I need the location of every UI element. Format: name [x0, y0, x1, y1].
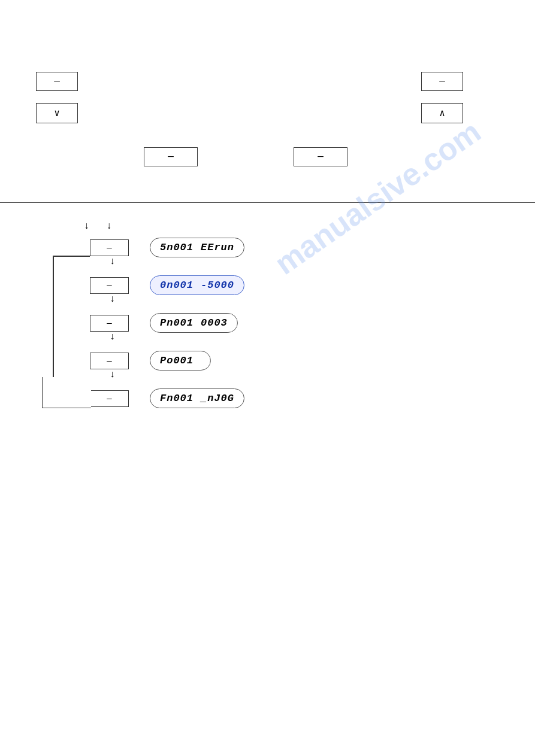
arrow-2: ↓: [107, 221, 113, 232]
display-box-1: 5n001 EErun: [150, 238, 244, 257]
arrow-step-2: ↓: [110, 294, 116, 305]
arrow-step-1: ↓: [110, 256, 116, 267]
param-1: 5n001: [160, 242, 194, 253]
arrow-step-4: ↓: [110, 369, 116, 380]
button-row-3: — —: [36, 147, 499, 166]
step-btn-1[interactable]: —: [90, 239, 129, 256]
btn-area-2: —: [90, 277, 144, 294]
btn-dash-4[interactable]: —: [294, 147, 347, 166]
display-box-3: Pn001 0003: [150, 313, 238, 333]
display-box-5: Fn001 _nJ0G: [150, 388, 244, 408]
bottom-bracket-box: [42, 377, 91, 408]
btn-area-4: —: [90, 353, 144, 369]
step-btn-2[interactable]: —: [90, 277, 129, 294]
flow-step-5: — Fn001 _nJ0G: [42, 388, 511, 408]
btn-area-3: —: [90, 315, 144, 332]
display-box-2: 0n001 -5000: [150, 275, 244, 295]
top-arrows: ↓ ↓: [84, 221, 511, 232]
btn-area-5: —: [90, 390, 144, 407]
param-4: Po001: [160, 355, 194, 366]
flowchart-wrapper: — 5n001 EErun ↓ — 0n001 -5000 ↓: [42, 238, 511, 408]
value-1: EErun: [201, 242, 234, 253]
btn-up[interactable]: ∧: [421, 103, 463, 123]
display-box-4: Po001: [150, 351, 211, 371]
value-3: 0003: [201, 317, 228, 329]
button-row-1: — —: [36, 72, 499, 91]
btn-dash-3[interactable]: —: [144, 147, 198, 166]
param-2: 0n001: [160, 280, 194, 291]
value-5: _nJ0G: [201, 393, 234, 404]
btn-area-1: —: [90, 239, 144, 256]
flow-step-3: — Pn001 0003 ↓: [42, 313, 511, 333]
arrow-1: ↓: [84, 221, 90, 232]
step-btn-3[interactable]: —: [90, 315, 129, 332]
flowchart-section: ↓ ↓ — 5n001 EErun ↓ —: [0, 221, 535, 474]
btn-down[interactable]: ∨: [36, 103, 78, 123]
section-divider: [0, 202, 535, 203]
param-5: Fn001: [160, 393, 194, 404]
arrow-step-3: ↓: [110, 332, 116, 342]
step-btn-4[interactable]: —: [90, 353, 129, 369]
top-section: — — ∨ ∧ — —: [0, 0, 535, 190]
flow-step-2: — 0n001 -5000 ↓: [42, 275, 511, 295]
param-3: Pn001: [160, 317, 194, 329]
btn-dash-2[interactable]: —: [421, 72, 463, 91]
value-2: -5000: [201, 280, 234, 291]
flow-step-1: — 5n001 EErun ↓: [42, 238, 511, 257]
button-row-2: ∨ ∧: [36, 103, 499, 123]
step-btn-5[interactable]: —: [90, 390, 129, 407]
flow-step-4: — Po001 ↓: [42, 351, 511, 371]
btn-dash-1[interactable]: —: [36, 72, 78, 91]
